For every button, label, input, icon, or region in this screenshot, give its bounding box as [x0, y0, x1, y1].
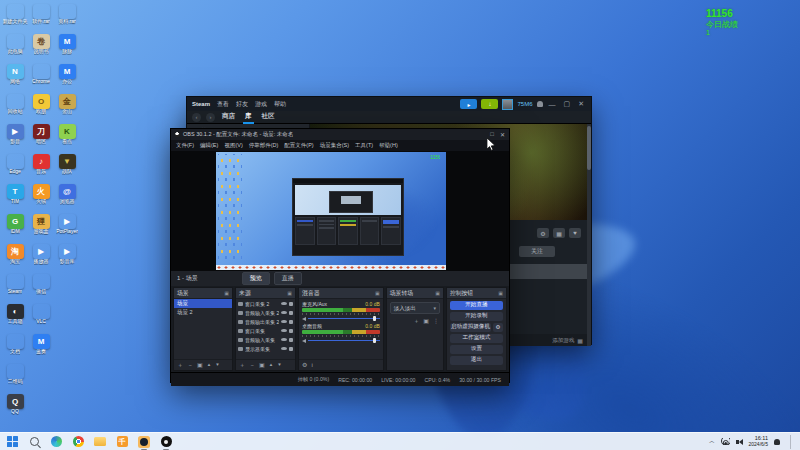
steam-titlebar[interactable]: Steam 查看 好友 游戏 帮助 ▸ ↓ 75M6 — ▢ ✕ [187, 97, 591, 111]
volume-icon[interactable] [736, 439, 743, 445]
volume-slider[interactable] [308, 318, 380, 320]
desktop-icon[interactable]: 软件.rar [28, 4, 54, 34]
scrollbar[interactable] [587, 124, 591, 346]
taskbar-app-orange[interactable]: 千 [116, 436, 128, 448]
add-source-button[interactable]: ＋ [239, 362, 245, 368]
desktop-icon[interactable]: ▶ 播放器 [28, 244, 54, 274]
desktop-icon[interactable]: T TIM [2, 184, 28, 214]
chat-button[interactable]: ▸ [460, 99, 477, 109]
desktop-icon[interactable]: N 网络 [2, 64, 28, 94]
start-streaming-button[interactable]: 开始直播 [450, 301, 503, 311]
desktop-icon[interactable]: ▶ PotPlayer [54, 214, 80, 244]
source-row[interactable]: 显示器采集 [236, 344, 295, 353]
scrollbar-thumb[interactable] [587, 126, 591, 170]
canvas-tab[interactable]: 直播 [274, 272, 302, 285]
scene-up-button[interactable]: ▲ [207, 363, 211, 368]
remove-source-button[interactable]: － [249, 362, 255, 368]
volume-slider[interactable] [308, 340, 380, 342]
desktop-icon[interactable]: @ 浏览器 [54, 184, 80, 214]
desktop-icon[interactable]: O 欧朋 [28, 94, 54, 124]
scene-item[interactable]: 场景 2 [174, 308, 232, 317]
obs-titlebar[interactable]: OBS 30.1.2 - 配置文件: 未命名 - 场景: 未命名 □ ✕ [171, 129, 509, 140]
lock-icon[interactable] [289, 320, 293, 324]
steam-menu-view[interactable]: 查看 [217, 100, 229, 109]
speaker-mute-icon[interactable] [302, 339, 306, 343]
close-button[interactable]: ✕ [500, 131, 505, 138]
obs-menu-item[interactable]: 帮助(H) [379, 142, 398, 149]
desktop-icon[interactable]: 资料.rar [54, 4, 80, 34]
desktop-icon[interactable]: 金 金山 [54, 94, 80, 124]
visibility-eye-icon[interactable] [281, 338, 287, 342]
exit-button[interactable]: 退出 [450, 356, 503, 366]
scene-filters-button[interactable]: ▣ [197, 362, 203, 368]
desktop-icon[interactable]: Steam [2, 274, 28, 304]
obs-menu-item[interactable]: 视图(V) [224, 142, 242, 149]
source-properties-button[interactable]: ▣ [259, 362, 265, 368]
virtual-camera-settings-icon[interactable]: ⚙ [493, 323, 503, 333]
lock-icon[interactable] [289, 347, 293, 351]
desktop-icon[interactable]: Chrome [28, 64, 54, 94]
scene-down-button[interactable]: ▼ [215, 363, 219, 368]
volume-knob[interactable] [373, 338, 376, 343]
duplicate-transition-button[interactable]: ▣ [423, 318, 429, 324]
minimize-button[interactable]: — [547, 101, 558, 108]
desktop-icon[interactable]: ▶ 影音库 [54, 244, 80, 274]
wifi-icon[interactable] [721, 438, 730, 445]
steam-menu-games[interactable]: 游戏 [255, 100, 267, 109]
taskbar-explorer[interactable] [94, 436, 106, 448]
desktop-icon[interactable]: M 脉脉 [54, 34, 80, 64]
add-transition-button[interactable]: ＋ [413, 318, 419, 324]
start-recording-button[interactable]: 开始录制 [450, 312, 503, 322]
start-button[interactable] [6, 436, 18, 448]
add-scene-button[interactable]: ＋ [177, 362, 183, 368]
dock-icon[interactable]: ▣ [287, 290, 292, 296]
source-row[interactable]: 窗口采集 [236, 326, 295, 335]
source-row[interactable]: 音频输入采集 [236, 335, 295, 344]
virtual-camera-button[interactable]: 启动虚拟摄像机 [450, 323, 491, 333]
dock-icon[interactable]: ▣ [224, 290, 229, 296]
source-row[interactable]: 音频输出采集 2 [236, 317, 295, 326]
steam-menu-steam[interactable]: Steam [192, 101, 210, 107]
desktop-icon[interactable]: G IDM [2, 214, 28, 244]
download-button[interactable]: ↓ [481, 99, 498, 109]
dock-icon[interactable]: ▣ [435, 290, 440, 296]
dock-icon[interactable]: ▣ [375, 290, 380, 296]
visibility-eye-icon[interactable] [281, 311, 287, 315]
steam-nav-tab[interactable]: 商店 [220, 111, 237, 124]
transition-props-button[interactable]: ⋮ [433, 318, 439, 324]
steam-menu-friends[interactable]: 好友 [236, 100, 248, 109]
desktop-icon[interactable]: K 看点 [54, 124, 80, 154]
taskbar-edge[interactable] [50, 436, 62, 448]
tray-clock[interactable]: 16:11 2024/6/5 [749, 435, 768, 447]
obs-menu-item[interactable]: 配置文件(P) [284, 142, 313, 149]
lock-icon[interactable] [289, 302, 293, 306]
transition-select[interactable]: 淡入淡出 ▾ [390, 302, 440, 314]
desktop-icon[interactable]: 新建文件夹 [2, 4, 28, 34]
desktop-icon[interactable]: 文档 [2, 334, 28, 364]
remove-scene-button[interactable]: － [187, 362, 193, 368]
back-button[interactable]: ‹ [192, 113, 201, 122]
follow-button[interactable]: 关注 [519, 246, 555, 257]
desktop-icon[interactable]: M 办公 [54, 64, 80, 94]
maximize-button[interactable]: ▢ [562, 100, 573, 108]
source-row[interactable]: 音频输入采集 2 [236, 308, 295, 317]
game-action-icon[interactable]: ⚙ [537, 228, 549, 238]
visibility-eye-icon[interactable] [281, 329, 287, 333]
desktop-icon[interactable]: 卷 说明书 [28, 34, 54, 64]
obs-preview[interactable]: 1156 [171, 151, 509, 271]
mixer-settings-button[interactable]: ⚙ [302, 362, 307, 368]
source-row[interactable]: 窗口采集 2 [236, 299, 295, 308]
show-desktop-button[interactable] [790, 435, 794, 449]
search-button[interactable] [28, 436, 40, 448]
source-up-button[interactable]: ▲ [269, 363, 273, 368]
desktop-icon[interactable]: ♪ 音乐 [28, 154, 54, 184]
taskbar-chrome[interactable] [72, 436, 84, 448]
desktop-icon[interactable]: ▼ 战队 [54, 154, 80, 184]
lock-icon[interactable] [289, 338, 293, 342]
grid-view-icon[interactable]: ▦ [577, 337, 583, 344]
desktop-icon[interactable]: 回收站 [2, 94, 28, 124]
desktop-icon[interactable]: Q QQ [2, 394, 28, 424]
tray-chevron-icon[interactable]: ︿ [709, 437, 715, 446]
game-action-icon[interactable]: ▦ [553, 228, 565, 238]
desktop-icon[interactable]: 淘 淘宝 [2, 244, 28, 274]
